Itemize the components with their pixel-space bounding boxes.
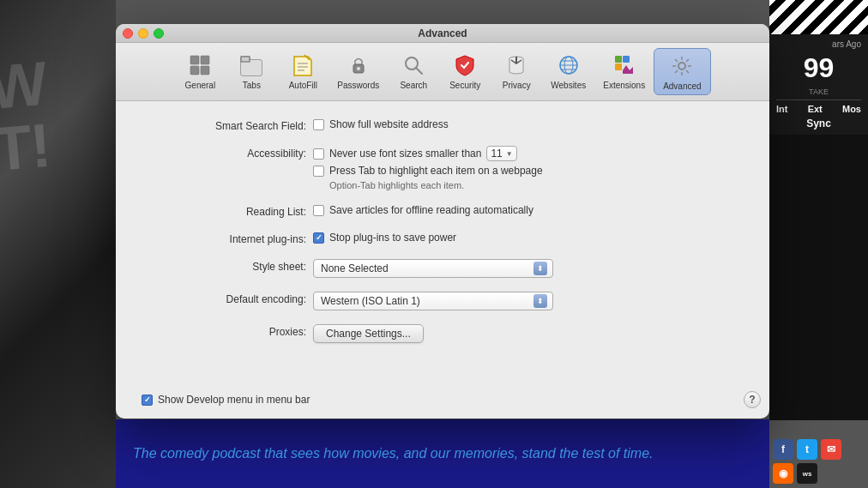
proxies-content: Change Settings... [313,324,424,343]
preferences-window: Advanced General [116,24,769,419]
svg-point-24 [678,63,685,69]
svg-rect-7 [241,57,250,62]
style-sheet-dropdown[interactable]: None Selected ⬍ [313,259,553,278]
accessibility-row: Accessibility: Never use font sizes smal… [142,146,744,190]
footer-row: Show Develop menu in menu bar ? [116,391,769,408]
traffic-lights [123,28,164,39]
svg-rect-2 [190,66,199,75]
smart-search-content: Show full website address [313,118,449,130]
font-size-select[interactable]: 11 ▼ [486,146,516,161]
tab-passwords[interactable]: Passwords [329,48,388,95]
toolbar: General Tabs [116,43,769,101]
tab-search[interactable]: Search [388,48,439,95]
wsxdn-icon[interactable]: ws [797,463,817,484]
font-size-checkbox[interactable] [313,148,324,160]
show-develop-checkbox[interactable] [142,395,153,406]
security-label: Security [449,81,480,90]
svg-rect-21 [615,63,622,70]
tab-highlight-checkbox[interactable] [313,166,324,177]
plugins-row: Internet plug-ins: Stop plug-ins to save… [142,232,744,245]
style-sheet-content: None Selected ⬍ [313,259,553,278]
advanced-label: Advanced [663,81,701,91]
tab-general[interactable]: General [174,48,226,95]
plugins-content: Stop plug-ins to save power [313,232,456,244]
passwords-label: Passwords [337,81,379,90]
svg-line-14 [416,68,422,74]
search-label: Search [400,81,427,90]
plugins-label: Internet plug-ins: [142,232,313,245]
tabs-label: Tabs [243,81,261,90]
background-left: W T! [0,0,116,488]
close-button[interactable] [123,28,133,39]
stop-plugins-checkbox[interactable] [313,232,324,244]
accessibility-hint: Option-Tab highlights each item. [329,180,543,190]
privacy-label: Privacy [503,81,531,90]
stop-plugins-row: Stop plug-ins to save power [313,232,456,244]
smart-search-option-row: Show full website address [313,118,449,130]
reading-list-content: Save articles for offline reading automa… [313,204,533,216]
search-icon [400,51,427,79]
change-settings-button[interactable]: Change Settings... [313,324,424,343]
proxies-row: Proxies: Change Settings... [142,324,744,343]
content-area: Smart Search Field: Show full website ad… [116,101,769,374]
tagline: The comedy podcast that sees how movies,… [133,446,654,461]
smart-search-label: Smart Search Field: [142,118,313,132]
font-size-text: Never use font sizes smaller than [329,148,481,160]
years-ago-label: ars Ago [776,39,861,49]
stop-plugins-text: Stop plug-ins to save power [329,232,456,244]
email-icon[interactable]: ✉ [821,439,841,460]
style-sheet-label: Style sheet: [142,259,313,273]
show-full-address-text: Show full website address [329,118,449,130]
background-bottom: The comedy podcast that sees how movies,… [116,419,769,488]
general-icon [186,51,214,79]
encoding-arrow: ⬍ [533,294,547,308]
help-button[interactable]: ? [744,391,761,408]
twitter-icon[interactable]: t [797,439,817,460]
take-number: 99 [776,52,861,84]
clapboard-body: ars Ago 99 TAKE Int Ext Mos Sync [769,34,868,135]
show-full-address-checkbox[interactable] [313,119,324,130]
websites-icon [555,51,582,79]
tab-websites[interactable]: Websites [542,48,594,95]
tab-extensions[interactable]: Extensions [594,48,654,95]
bg-text-decoration: W T! [0,46,116,180]
general-label: General [185,81,216,90]
tabs-icon [238,51,265,79]
offline-reading-checkbox[interactable] [313,205,324,216]
accessibility-content: Never use font sizes smaller than 11 ▼ P… [313,146,543,190]
social-icons: f t ✉ ◉ ws [769,439,868,484]
title-bar: Advanced [116,24,769,43]
svg-rect-23 [623,56,630,63]
svg-rect-0 [190,56,199,64]
style-sheet-row: Style sheet: None Selected ⬍ [142,259,744,278]
clapboard: ars Ago 99 TAKE Int Ext Mos Sync [769,0,868,420]
encoding-dropdown[interactable]: Western (ISO Latin 1) ⬍ [313,292,553,310]
footer-left: Show Develop menu in menu bar [124,394,310,406]
tab-autofill[interactable]: AutoFill [277,48,329,95]
facebook-icon[interactable]: f [773,439,793,460]
reading-list-row: Reading List: Save articles for offline … [142,204,744,218]
encoding-value: Western (ISO Latin 1) [321,295,420,307]
style-sheet-value: None Selected [321,262,389,274]
svg-line-32 [675,70,678,73]
svg-rect-3 [201,66,209,75]
reading-list-label: Reading List: [142,204,313,218]
autofill-label: AutoFill [289,81,317,90]
tab-highlight-text: Press Tab to highlight each item on a we… [329,165,543,177]
tab-privacy[interactable]: Privacy [491,48,542,95]
privacy-icon [503,51,530,79]
clapboard-sync: Sync [776,117,861,130]
extensions-label: Extensions [603,81,645,90]
minimize-button[interactable] [138,28,148,39]
tab-advanced[interactable]: Advanced [654,48,710,95]
offline-reading-row: Save articles for offline reading automa… [313,204,533,216]
take-label: TAKE [776,87,861,96]
proxies-label: Proxies: [142,324,313,338]
tab-tabs[interactable]: Tabs [226,48,277,95]
tab-security[interactable]: Security [439,48,491,95]
maximize-button[interactable] [154,28,164,39]
clapboard-stripes [769,0,868,34]
passwords-icon [345,51,372,79]
rss-icon[interactable]: ◉ [773,463,793,484]
accessibility-label: Accessibility: [142,146,313,160]
